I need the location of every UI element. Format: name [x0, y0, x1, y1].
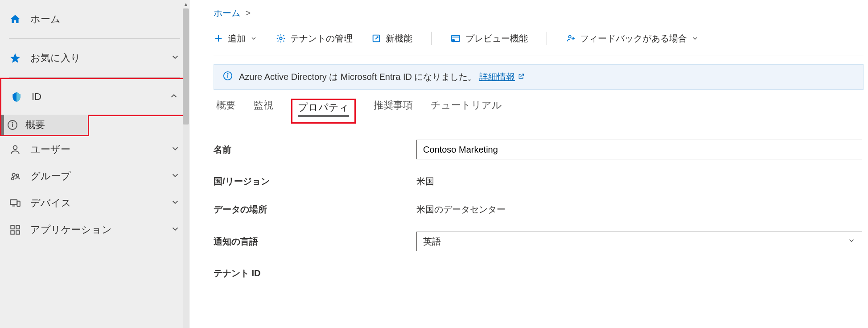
form-row-name: 名前 — [214, 140, 868, 159]
info-banner-link[interactable]: 詳細情報 — [479, 71, 515, 83]
sidebar-devices[interactable]: デバイス — [0, 190, 189, 216]
form-label-data-location: データの場所 — [214, 203, 416, 216]
preview-icon — [450, 33, 461, 44]
tab-monitoring[interactable]: 監視 — [254, 99, 273, 124]
toolbar-manage-tenant-label: テナントの管理 — [290, 33, 353, 45]
form-label-tenant-id: テナント ID — [214, 267, 416, 279]
toolbar-manage-tenant[interactable]: テナントの管理 — [276, 33, 353, 45]
id-icon — [10, 91, 23, 103]
tab-tutorials[interactable]: チュートリアル — [431, 99, 502, 124]
notification-lang-select[interactable]: 英語 — [416, 232, 862, 251]
sidebar-users-label: ユーザー — [30, 143, 170, 156]
chevron-down-icon — [691, 35, 699, 42]
toolbar-add-label: 追加 — [228, 33, 246, 45]
svg-point-6 — [12, 178, 14, 180]
sidebar-users[interactable]: ユーザー — [0, 136, 189, 163]
notification-lang-value: 英語 — [423, 236, 441, 248]
svg-point-4 — [12, 174, 16, 177]
external-link-icon — [371, 33, 381, 43]
toolbar-whats-new[interactable]: 新機能 — [371, 33, 412, 45]
svg-point-16 — [280, 37, 282, 40]
chevron-down-icon — [170, 52, 180, 64]
group-icon — [9, 170, 21, 183]
tab-properties[interactable]: プロパティ — [291, 99, 356, 124]
feedback-icon — [566, 33, 576, 43]
svg-rect-9 — [17, 201, 20, 207]
sidebar-applications-label: アプリケーション — [30, 223, 170, 237]
toolbar-separator — [547, 32, 547, 45]
form-label-country: 国/リージョン — [214, 175, 416, 187]
plus-icon — [214, 33, 223, 43]
chevron-down-icon — [170, 170, 180, 182]
toolbar-feedback[interactable]: フィードバックがある場合 — [566, 33, 699, 45]
sidebar-sub-overview-label: 概要 — [25, 118, 45, 132]
toolbar-add[interactable]: 追加 — [214, 33, 257, 45]
chevron-down-icon — [170, 197, 180, 209]
form-value-country: 米国 — [416, 175, 434, 187]
svg-rect-10 — [11, 225, 14, 229]
info-icon — [223, 71, 233, 83]
form-row-notification-lang: 通知の言語 英語 — [214, 232, 868, 251]
breadcrumb: ホーム > — [214, 7, 868, 19]
breadcrumb-sep: > — [246, 8, 251, 18]
chevron-down-icon — [250, 35, 257, 42]
form-row-data-location: データの場所 米国のデータセンター — [214, 203, 868, 216]
gear-icon — [276, 33, 286, 43]
chevron-up-icon — [169, 91, 179, 103]
info-banner: Azure Active Directory は Microsoft Entra… — [214, 64, 864, 90]
tab-recommendations[interactable]: 推奨事項 — [374, 99, 413, 124]
sidebar-favorites[interactable]: お気に入り — [0, 39, 189, 77]
star-icon — [9, 52, 21, 64]
svg-point-3 — [13, 145, 17, 149]
form-row-country: 国/リージョン 米国 — [214, 175, 868, 187]
svg-point-21 — [568, 36, 571, 38]
toolbar-whats-new-label: 新機能 — [386, 33, 412, 45]
toolbar-preview[interactable]: プレビュー機能 — [450, 33, 528, 45]
svg-point-5 — [16, 174, 19, 176]
toolbar-preview-label: プレビュー機能 — [465, 33, 528, 45]
tab-overview[interactable]: 概要 — [216, 99, 236, 124]
home-icon — [9, 13, 21, 25]
sidebar-groups[interactable]: グループ — [0, 163, 189, 190]
info-banner-text: Azure Active Directory は Microsoft Entra… — [239, 71, 477, 83]
user-icon — [9, 143, 21, 156]
sidebar-scrollbar[interactable]: ▲ — [183, 0, 189, 328]
svg-point-24 — [227, 74, 228, 74]
apps-icon — [9, 224, 21, 236]
main-content: ホーム > 追加 テナントの管理 新機能 プレビュー機能 — [189, 0, 868, 328]
sidebar-home[interactable]: ホーム — [0, 0, 189, 38]
sidebar-favorites-label: お気に入り — [30, 51, 170, 65]
sidebar: ホーム お気に入り ID 概要 — [0, 0, 189, 328]
sidebar-id[interactable]: ID — [0, 78, 189, 116]
form-value-data-location: 米国のデータセンター — [416, 203, 506, 216]
chevron-down-icon — [170, 144, 180, 155]
sidebar-id-label: ID — [32, 91, 169, 103]
toolbar-separator — [431, 32, 432, 45]
scrollbar-arrow-up-icon: ▲ — [183, 1, 189, 8]
form-label-notification-lang: 通知の言語 — [214, 236, 416, 248]
scrollbar-thumb[interactable] — [183, 8, 189, 125]
sidebar-sub-overview[interactable]: 概要 — [0, 115, 89, 136]
external-link-icon — [518, 72, 525, 82]
svg-rect-11 — [16, 225, 20, 229]
form-label-name: 名前 — [214, 144, 416, 156]
tabs: 概要 監視 プロパティ 推奨事項 チュートリアル — [216, 99, 868, 124]
breadcrumb-home[interactable]: ホーム — [214, 8, 240, 18]
chevron-down-icon — [170, 224, 180, 236]
chevron-down-icon — [847, 237, 856, 247]
sidebar-home-label: ホーム — [30, 12, 180, 26]
devices-icon — [9, 197, 21, 209]
info-icon — [7, 119, 18, 131]
svg-point-2 — [12, 122, 13, 123]
sidebar-devices-label: デバイス — [30, 196, 170, 210]
name-input[interactable] — [416, 140, 862, 159]
sidebar-groups-label: グループ — [30, 170, 170, 183]
toolbar: 追加 テナントの管理 新機能 プレビュー機能 フィードバックがある場合 — [214, 32, 864, 55]
toolbar-feedback-label: フィードバックがある場合 — [580, 33, 687, 45]
svg-rect-12 — [11, 231, 14, 234]
sidebar-applications[interactable]: アプリケーション — [0, 216, 189, 243]
form-row-tenant-id: テナント ID — [214, 267, 868, 279]
svg-rect-13 — [16, 231, 20, 234]
scrollbar-track[interactable] — [183, 8, 189, 328]
svg-rect-7 — [10, 199, 17, 204]
